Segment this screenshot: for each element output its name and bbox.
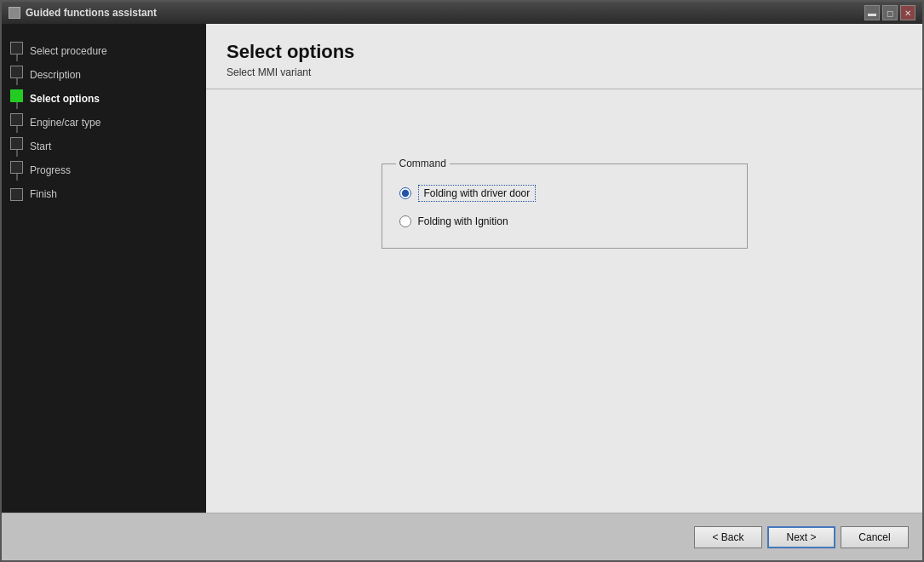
radio-dotted-label-driver-door: Folding with driver door bbox=[418, 185, 537, 202]
step-box-finish bbox=[10, 188, 23, 201]
radio-label-driver-door: Folding with driver door bbox=[418, 185, 537, 202]
radio-ignition[interactable] bbox=[399, 215, 411, 227]
content-header: Select options Select MMI variant bbox=[206, 24, 922, 89]
sidebar-item-progress[interactable]: Progress bbox=[2, 158, 206, 182]
step-box-description bbox=[10, 66, 23, 78]
radio-option-driver-door[interactable]: Folding with driver door bbox=[396, 178, 733, 209]
sidebar-label-finish: Finish bbox=[30, 188, 57, 200]
sidebar-item-start[interactable]: Start bbox=[2, 135, 206, 158]
step-box-engine-car-type bbox=[10, 113, 23, 126]
sidebar-item-select-procedure[interactable]: Select procedure bbox=[2, 39, 206, 63]
radio-label-ignition: Folding with Ignition bbox=[418, 215, 508, 227]
step-tree: Select procedure Description bbox=[2, 32, 206, 213]
next-button[interactable]: Next > bbox=[767, 526, 835, 548]
maximize-button[interactable]: ◻ bbox=[882, 5, 898, 20]
sidebar-item-description[interactable]: Description bbox=[2, 63, 206, 87]
content-area: Select options Select MMI variant Comman… bbox=[206, 24, 922, 513]
minimize-button[interactable]: ▬ bbox=[864, 5, 880, 20]
titlebar: Guided functions assistant ▬ ◻ ✕ bbox=[2, 2, 922, 24]
window-title: Guided functions assistant bbox=[26, 7, 157, 19]
page-title: Select options bbox=[227, 41, 902, 63]
sidebar-label-description: Description bbox=[30, 69, 81, 81]
main-window: Guided functions assistant ▬ ◻ ✕ Select … bbox=[0, 0, 924, 562]
sidebar-label-progress: Progress bbox=[30, 164, 71, 176]
content-body: Command Folding with driver door Folding… bbox=[206, 89, 922, 513]
footer: < Back Next > Cancel bbox=[2, 513, 922, 560]
command-group: Command Folding with driver door Folding… bbox=[382, 158, 748, 249]
main-content: Select procedure Description bbox=[2, 24, 922, 513]
sidebar-label-engine-car-type: Engine/car type bbox=[30, 117, 100, 129]
titlebar-left: Guided functions assistant bbox=[9, 7, 157, 19]
step-box-progress bbox=[10, 161, 23, 174]
step-box-start bbox=[10, 137, 23, 150]
radio-driver-door[interactable] bbox=[399, 187, 411, 199]
cancel-button[interactable]: Cancel bbox=[841, 526, 909, 548]
window-icon bbox=[9, 7, 20, 19]
sidebar-label-start: Start bbox=[30, 140, 51, 152]
titlebar-controls: ▬ ◻ ✕ bbox=[864, 5, 915, 20]
step-box-select-procedure bbox=[10, 42, 23, 54]
close-button[interactable]: ✕ bbox=[900, 5, 915, 20]
sidebar-item-finish[interactable]: Finish bbox=[2, 182, 206, 206]
sidebar-item-select-options[interactable]: Select options bbox=[2, 87, 206, 111]
page-subtitle: Select MMI variant bbox=[227, 66, 902, 78]
sidebar-label-select-procedure: Select procedure bbox=[30, 45, 107, 57]
step-box-select-options bbox=[10, 89, 23, 102]
command-group-legend: Command bbox=[396, 158, 450, 169]
sidebar-label-select-options: Select options bbox=[30, 93, 100, 105]
sidebar: Select procedure Description bbox=[2, 24, 206, 513]
back-button[interactable]: < Back bbox=[694, 526, 762, 548]
sidebar-item-engine-car-type[interactable]: Engine/car type bbox=[2, 111, 206, 135]
radio-option-ignition[interactable]: Folding with Ignition bbox=[396, 209, 733, 234]
